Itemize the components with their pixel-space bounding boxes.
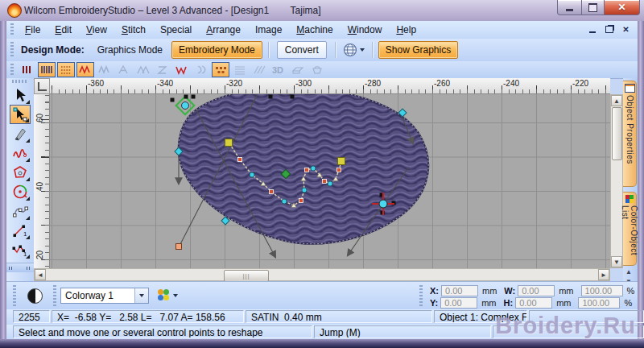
menu-machine[interactable]: Machine	[289, 23, 340, 37]
show-graphics-button[interactable]: Show Graphics	[378, 41, 458, 59]
menu-stitch[interactable]: Stitch	[114, 23, 153, 37]
entry-point-marker[interactable]	[176, 97, 195, 115]
select-tool[interactable]	[10, 85, 31, 105]
run-stitch-tool[interactable]: 1	[10, 221, 31, 240]
graphics-mode-button[interactable]: Graphics Mode	[91, 41, 169, 59]
scroll-up-icon[interactable]: ▲	[611, 95, 622, 106]
menu-edit[interactable]: Edit	[47, 23, 79, 37]
satin-fill-icon[interactable]	[38, 62, 56, 77]
dropdown-button[interactable]	[134, 288, 148, 303]
horizontal-scrollbar[interactable]: ◄ ||| ►	[34, 268, 610, 281]
colorway-select[interactable]: Colorway 1	[60, 288, 149, 304]
horizontal-ruler[interactable]: -360 -340 -320 -300 -280 -260 -240 -220	[50, 78, 610, 94]
application-window: Wilcom EmbroideryStudio – Level 3 Advanc…	[0, 0, 644, 348]
scroll-right-icon[interactable]: ►	[598, 269, 609, 280]
guide-end-marker[interactable]	[176, 244, 182, 250]
window-border-bottom	[0, 339, 644, 348]
convert-button[interactable]: Convert	[277, 41, 327, 59]
tab-color-object-list[interactable]: Color-Object List	[623, 192, 637, 266]
ellipse-arc-tool[interactable]	[10, 182, 31, 201]
motif-fill-icon[interactable]	[76, 62, 94, 77]
maximize-button[interactable]	[582, 0, 604, 15]
w-field[interactable]: 0.00	[518, 285, 555, 296]
ruler-label: -340	[157, 79, 173, 88]
window-border-left	[0, 21, 6, 342]
outline-stitch-icon[interactable]	[19, 62, 36, 77]
knife-tool[interactable]	[10, 124, 31, 143]
toolbar-grip[interactable]	[53, 285, 56, 306]
scale-y-field[interactable]: 100.00	[578, 297, 620, 309]
toolbar-grip[interactable]	[13, 285, 16, 306]
scale-x-field[interactable]: 100.00	[581, 285, 623, 296]
y-label: Y:	[430, 298, 438, 308]
stumpwork-icon[interactable]	[308, 62, 326, 77]
bottom-toolbar: Colorway 1 X: 0.00 mm W: 0.00 mm 100.00 …	[6, 281, 638, 309]
vertical-scroll-thumb[interactable]	[612, 107, 622, 160]
watermark: Broidery.Ru	[495, 313, 636, 339]
unit-mm: mm	[482, 286, 497, 296]
horizontal-scroll-thumb[interactable]: |||	[224, 270, 269, 282]
motif-run-icon[interactable]	[173, 62, 191, 77]
toolbar-grip[interactable]	[10, 42, 14, 58]
trapunto-icon[interactable]	[289, 62, 307, 77]
vertical-ruler[interactable]: 60 40 20	[34, 94, 50, 268]
toolbox: 1 1	[6, 78, 35, 281]
mdi-close-button[interactable]: ✕	[619, 23, 633, 35]
stitch-toolbar: 3D	[6, 61, 638, 79]
thread-colors-button[interactable]	[158, 289, 178, 301]
globe-icon	[343, 43, 357, 57]
ruler-label: -260	[434, 79, 450, 88]
sculpture-run-icon[interactable]	[154, 62, 171, 77]
color-object-list-icon	[625, 195, 634, 203]
column-stitch-icon[interactable]	[192, 62, 210, 77]
title-bar[interactable]: Wilcom EmbroideryStudio – Level 3 Advanc…	[0, 0, 644, 22]
triple-run-icon[interactable]	[134, 62, 152, 77]
closed-object-tool[interactable]	[10, 163, 31, 182]
y-field[interactable]: 0.00	[440, 297, 477, 309]
hoop-globe-button[interactable]	[339, 41, 369, 59]
x-field[interactable]: 0.00	[441, 285, 478, 296]
tab-object-properties[interactable]: Object Properties	[623, 81, 637, 187]
design-properties-icon[interactable]	[27, 288, 43, 304]
mdi-restore-button[interactable]	[602, 23, 616, 35]
ruler-label: -280	[365, 79, 381, 88]
window-title: Wilcom EmbroideryStudio – Level 3 Advanc…	[24, 5, 321, 16]
menu-window[interactable]: Window	[341, 23, 390, 37]
flexi-split-icon[interactable]	[231, 62, 249, 77]
mdi-window-controls: ✕	[585, 23, 633, 35]
toolbar-grip[interactable]	[12, 80, 28, 83]
3d-effect-icon[interactable]: 3D	[270, 62, 287, 77]
scroll-left-icon[interactable]: ◄	[35, 269, 46, 280]
minimize-button[interactable]	[557, 0, 582, 15]
zigzag-run-icon[interactable]	[96, 62, 114, 77]
toolbar-grip[interactable]	[10, 23, 14, 35]
x-label: X:	[430, 286, 439, 296]
menu-special[interactable]: Special	[153, 23, 199, 37]
hatch-fill-icon[interactable]	[250, 62, 268, 77]
tatami-fill-icon[interactable]	[57, 62, 75, 77]
program-split-icon[interactable]	[212, 62, 229, 77]
menu-image[interactable]: Image	[248, 23, 289, 37]
unit-mm: mm	[481, 298, 496, 308]
back-run-icon[interactable]	[115, 62, 133, 77]
toolbox-overflow[interactable]	[6, 263, 34, 272]
menu-file[interactable]: File	[18, 23, 47, 37]
reshape-tool[interactable]	[10, 105, 31, 124]
menu-view[interactable]: View	[79, 23, 114, 37]
menu-arrange[interactable]: Arrange	[199, 23, 248, 37]
complex-fill-object[interactable]	[179, 94, 428, 244]
toolbar-grip[interactable]	[10, 64, 14, 76]
mdi-minimize-button[interactable]	[585, 23, 599, 35]
menu-help[interactable]: Help	[389, 23, 423, 37]
toolbar-grip[interactable]	[419, 285, 423, 306]
freehand-embroidery-tool[interactable]	[10, 143, 31, 163]
close-button[interactable]: ✕	[604, 0, 640, 15]
embroidery-mode-button[interactable]: Embroidery Mode	[171, 41, 262, 59]
tab-label: Color-Object List	[621, 205, 638, 265]
embroidery-design[interactable]	[50, 94, 610, 268]
design-canvas[interactable]	[50, 94, 610, 268]
complex-fill-tool[interactable]	[10, 201, 31, 221]
h-field[interactable]: 0.00	[515, 297, 552, 309]
motif-run-line-tool[interactable]: 1	[10, 240, 31, 259]
ruler-origin-button[interactable]	[34, 78, 50, 94]
